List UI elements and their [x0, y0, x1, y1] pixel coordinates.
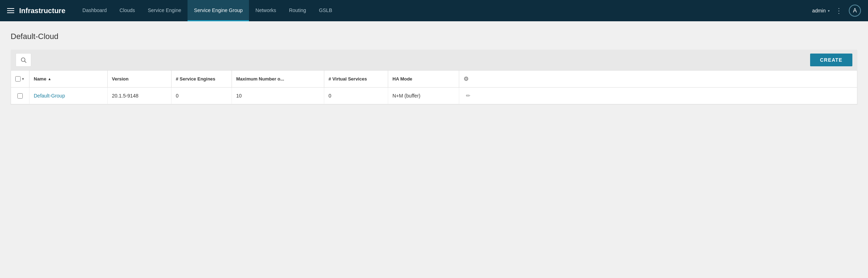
- row-virtual-services: 0: [329, 93, 331, 99]
- row-checkbox[interactable]: [17, 93, 23, 99]
- th-version-label: Version: [112, 76, 129, 82]
- more-options-icon[interactable]: ⋮: [833, 6, 845, 15]
- th-name[interactable]: Name ▲: [29, 71, 108, 87]
- td-ha-mode: N+M (buffer): [388, 88, 459, 104]
- nav-link-service-engine[interactable]: Service Engine: [141, 0, 188, 21]
- th-name-label: Name: [34, 76, 46, 82]
- nav-link-routing[interactable]: Routing: [283, 0, 313, 21]
- nav-links: DashboardCloudsService EngineService Eng…: [76, 0, 812, 21]
- page-title: Default-Cloud: [11, 32, 857, 41]
- th-virtual-services: # Virtual Services: [324, 71, 388, 87]
- nav-link-gslb[interactable]: GSLB: [313, 0, 338, 21]
- hamburger-menu[interactable]: [7, 8, 14, 13]
- data-table: ▾ Name ▲ Version # Service Engines Maxim…: [11, 70, 857, 105]
- td-version: 20.1.5-9148: [108, 88, 172, 104]
- user-menu[interactable]: admin ▾: [812, 8, 830, 13]
- td-max-number: 10: [232, 88, 324, 104]
- th-version: Version: [108, 71, 172, 87]
- nav-link-dashboard[interactable]: Dashboard: [76, 0, 113, 21]
- row-version: 20.1.5-9148: [112, 93, 139, 99]
- td-edit: ✏: [459, 88, 477, 104]
- brand-title: Infrastructure: [19, 7, 65, 15]
- th-max-number: Maximum Number o...: [232, 71, 324, 87]
- th-ha-mode-label: HA Mode: [392, 76, 412, 82]
- navigation: Infrastructure DashboardCloudsService En…: [0, 0, 868, 21]
- select-all-checkbox[interactable]: [15, 76, 21, 82]
- th-virtual-services-label: # Virtual Services: [329, 76, 367, 82]
- th-actions: ⚙: [459, 71, 477, 87]
- edit-icon[interactable]: ✏: [466, 93, 471, 99]
- nav-link-clouds[interactable]: Clouds: [113, 0, 142, 21]
- td-virtual-services: 0: [324, 88, 388, 104]
- table-header: ▾ Name ▲ Version # Service Engines Maxim…: [11, 71, 857, 88]
- th-service-engines-label: # Service Engines: [176, 76, 215, 82]
- toolbar: CREATE: [11, 50, 857, 70]
- row-service-engines: 0: [176, 93, 179, 99]
- td-name: Default-Group: [29, 88, 108, 104]
- gear-icon[interactable]: ⚙: [463, 76, 468, 82]
- nav-link-networks[interactable]: Networks: [249, 0, 282, 21]
- avatar[interactable]: A: [849, 5, 861, 17]
- table-row: Default-Group 20.1.5-9148 0 10 0 N+M (bu…: [11, 88, 857, 104]
- nav-link-service-engine-group[interactable]: Service Engine Group: [188, 0, 249, 21]
- create-button[interactable]: CREATE: [810, 54, 852, 66]
- svg-line-1: [25, 61, 26, 62]
- sort-asc-icon: ▲: [48, 77, 51, 81]
- chevron-down-icon[interactable]: ▾: [22, 77, 24, 81]
- username: admin: [812, 8, 826, 13]
- search-box[interactable]: [16, 53, 31, 67]
- td-checkbox: [11, 88, 29, 104]
- row-max-number: 10: [236, 93, 242, 99]
- th-checkbox: ▾: [11, 71, 29, 87]
- page-content: Default-Cloud CREATE ▾ Name ▲: [0, 21, 868, 105]
- avatar-initial: A: [853, 7, 857, 14]
- chevron-down-icon: ▾: [828, 9, 830, 13]
- nav-right: admin ▾ ⋮ A: [812, 5, 861, 17]
- row-name[interactable]: Default-Group: [34, 93, 65, 99]
- th-ha-mode: HA Mode: [388, 71, 459, 87]
- search-icon: [20, 57, 27, 63]
- td-service-engines: 0: [172, 88, 232, 104]
- row-ha-mode: N+M (buffer): [392, 93, 421, 99]
- th-service-engines: # Service Engines: [172, 71, 232, 87]
- th-max-number-label: Maximum Number o...: [236, 76, 284, 82]
